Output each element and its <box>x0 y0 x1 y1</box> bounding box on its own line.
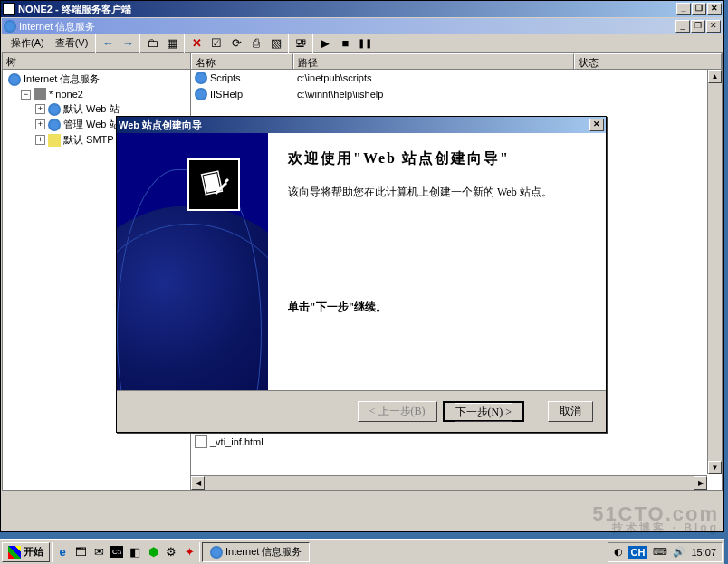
tree-node-computer[interactable]: − * none2 <box>5 87 188 101</box>
list-header: 名称 路径 状态 <box>191 53 722 70</box>
app-icon: ⬢ <box>148 545 158 559</box>
toolbar-back-button[interactable]: ← <box>98 33 118 53</box>
toolbar-up-button[interactable]: 🗀 <box>142 33 162 53</box>
ql-ie-button[interactable]: e <box>54 543 71 561</box>
wizard-title-text: Web 站点创建向导 <box>119 119 589 132</box>
ql-app4-button[interactable]: ✦ <box>181 543 197 561</box>
column-name[interactable]: 名称 <box>191 53 293 69</box>
ql-outlook-button[interactable]: ✉ <box>91 543 107 561</box>
help-icon: ▧ <box>271 36 282 50</box>
file-icon <box>195 435 207 448</box>
iis-icon <box>4 20 16 33</box>
app-icon <box>3 3 15 15</box>
wizard-main: 欢迎使用"Web 站点创建向导" 该向导将帮助您在此计算机上创建一个新的 Web… <box>268 133 606 390</box>
ql-desktop-button[interactable]: 🗔 <box>72 543 89 561</box>
system-tray[interactable]: ◐ CH ⌨ 🔊 15:07 <box>608 542 723 562</box>
scroll-left-button[interactable]: ◀ <box>191 476 205 490</box>
outer-maximize-button[interactable]: ❐ <box>692 3 706 15</box>
outer-titlebar[interactable]: NONE2 - 终端服务客户端 _ ❐ ✕ <box>1 1 723 17</box>
wizard-cancel-button[interactable]: 取消 <box>548 401 593 422</box>
taskbar-task-iis[interactable]: Internet 信息服务 <box>202 542 310 562</box>
scroll-up-button[interactable]: ▲ <box>708 70 722 83</box>
wizard-heading: 欢迎使用"Web 站点创建向导" <box>288 149 586 168</box>
taskbar: 开始 e 🗔 ✉ C:\ ◧ ⬢ ⚙ ✦ Internet 信息服务 ◐ CH … <box>0 539 724 564</box>
inner-titlebar[interactable]: Internet 信息服务 _ ❐ ✕ <box>2 18 723 34</box>
inner-minimize-button[interactable]: _ <box>675 20 690 33</box>
scroll-right-button[interactable]: ▶ <box>694 476 707 490</box>
delete-icon: ✕ <box>192 36 202 50</box>
list-row[interactable]: Scripts c:\inetpub\scripts <box>191 70 722 86</box>
inner-maximize-button[interactable]: ❐ <box>691 20 705 33</box>
scrollbar-vertical[interactable]: ▲ ▼ <box>707 70 722 474</box>
pause-icon: ❚❚ <box>358 38 372 48</box>
column-status[interactable]: 状态 <box>574 53 722 69</box>
expand-icon[interactable]: + <box>35 135 45 145</box>
clock[interactable]: 15:07 <box>691 547 716 558</box>
ql-app2-button[interactable]: ⬢ <box>145 543 161 561</box>
tree-node-label: * none2 <box>49 89 83 100</box>
wizard-icon <box>187 158 240 211</box>
computer-icon <box>34 88 46 100</box>
ime-indicator[interactable]: CH <box>628 546 648 559</box>
outer-minimize-button[interactable]: _ <box>676 3 691 15</box>
toolbar-help-button[interactable]: ▧ <box>266 33 286 53</box>
site-icon <box>48 103 61 116</box>
wizard-hint: 单击"下一步"继续。 <box>288 300 586 315</box>
inner-title: Internet 信息服务 <box>19 20 675 33</box>
tray-icon[interactable]: ◐ <box>614 546 623 558</box>
toolbar-show-button[interactable]: ▦ <box>162 33 182 53</box>
tray-keyboard-icon[interactable]: ⌨ <box>653 546 667 558</box>
collapse-icon[interactable]: − <box>21 90 31 100</box>
iis-icon <box>210 546 223 559</box>
menubar: 操作(A) 查看(V) ← → 🗀 ▦ ✕ ☑ ⟳ ⎙ ▧ 🖳 ▶ ■ ❚❚ <box>2 34 723 53</box>
tray-sound-icon[interactable]: 🔊 <box>673 546 685 558</box>
wizard-next-button[interactable]: 下一步(N) > <box>443 401 524 422</box>
forward-icon: → <box>122 36 134 50</box>
column-path[interactable]: 路径 <box>293 53 574 69</box>
menu-action[interactable]: 操作(A) <box>5 34 50 52</box>
scrollbar-horizontal[interactable]: ◀ ▶ <box>191 475 707 490</box>
wizard-titlebar[interactable]: Web 站点创建向导 ✕ <box>117 117 606 133</box>
ql-cmd-button[interactable]: C:\ <box>109 543 125 561</box>
tree-header: 树 <box>3 53 190 70</box>
scroll-down-button[interactable]: ▼ <box>708 461 722 474</box>
toolbar-forward-button[interactable]: → <box>118 33 138 53</box>
toolbar-computer-button[interactable]: 🖳 <box>291 33 311 53</box>
wizard-body-text: 该向导将帮助您在此计算机上创建一个新的 Web 站点。 <box>288 185 586 200</box>
ql-app3-button[interactable]: ⚙ <box>163 543 179 561</box>
wizard-footer: < 上一步(B) 下一步(N) > 取消 <box>117 390 606 432</box>
toolbar-export-button[interactable]: ⎙ <box>246 33 266 53</box>
toolbar-play-button[interactable]: ▶ <box>315 33 335 53</box>
computer-icon: 🖳 <box>295 36 307 50</box>
cell-name: IISHelp <box>210 89 243 100</box>
tree-node-default-web[interactable]: + 默认 Web 站 <box>5 101 188 117</box>
expand-icon[interactable]: + <box>35 104 45 114</box>
toolbar-stop-button[interactable]: ■ <box>335 33 355 53</box>
tree-root[interactable]: Internet 信息服务 <box>5 72 188 87</box>
properties-icon: ☑ <box>211 36 222 50</box>
start-button[interactable]: 开始 <box>2 542 50 562</box>
toolbar-delete-button[interactable]: ✕ <box>187 33 206 53</box>
toolbar-pause-button[interactable]: ❚❚ <box>355 33 375 53</box>
toolbar-refresh-button[interactable]: ⟳ <box>226 33 246 53</box>
outer-title: NONE2 - 终端服务客户端 <box>18 3 676 16</box>
expand-icon[interactable]: + <box>35 119 45 129</box>
list-row[interactable]: _vti_inf.html <box>191 434 722 450</box>
wizard-close-button[interactable]: ✕ <box>589 119 604 131</box>
cell-path: c:\winnt\help\iishelp <box>297 89 383 100</box>
desktop-icon: 🗔 <box>75 545 87 559</box>
vdir-icon <box>195 72 207 84</box>
ie-icon: e <box>59 545 65 559</box>
ql-app1-button[interactable]: ◧ <box>127 543 143 561</box>
stop-icon: ■ <box>341 36 349 50</box>
mail-icon <box>48 134 61 147</box>
inner-close-button[interactable]: ✕ <box>706 20 721 33</box>
list-row[interactable]: IISHelp c:\winnt\help\iishelp <box>191 86 722 102</box>
refresh-icon: ⟳ <box>232 36 242 50</box>
book-pencil-icon <box>196 167 232 203</box>
outer-close-button[interactable]: ✕ <box>707 3 722 15</box>
globe-icon <box>8 73 21 86</box>
toolbar-properties-button[interactable]: ☑ <box>206 33 226 53</box>
menu-view[interactable]: 查看(V) <box>50 34 94 52</box>
cell-path: c:\inetpub\scripts <box>297 72 372 83</box>
